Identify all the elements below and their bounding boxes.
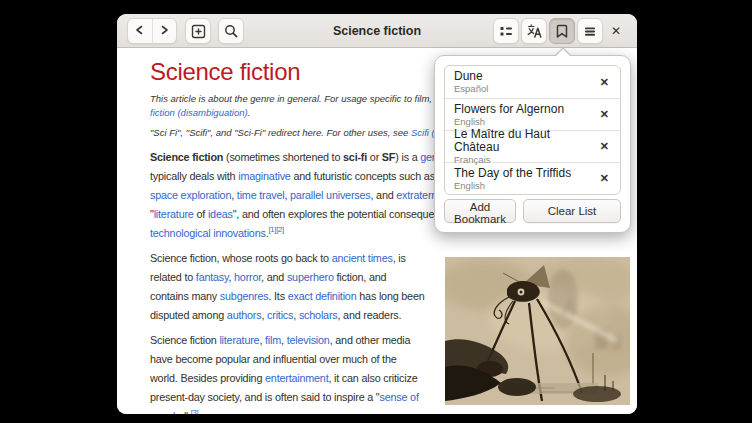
forward-button[interactable] [152, 19, 177, 43]
article-image[interactable] [445, 257, 630, 405]
remove-bookmark-button[interactable]: ✕ [595, 138, 614, 155]
new-tab-button[interactable] [185, 18, 211, 44]
remove-bookmark-button[interactable]: ✕ [595, 170, 614, 187]
link-technological-innovations[interactable]: technological innovations [150, 227, 266, 239]
close-icon: ✕ [611, 24, 621, 38]
bookmark-title: Le Maître du Haut Château [454, 128, 595, 154]
link-space-exploration[interactable]: space exploration [150, 189, 231, 201]
bookmark-item[interactable]: The Day of the Triffids English ✕ [445, 162, 620, 194]
bookmark-item[interactable]: Le Maître du Haut Château Français ✕ [445, 130, 620, 162]
ref-3[interactable]: [3] [191, 408, 199, 414]
link-time-travel[interactable]: time travel [237, 189, 285, 201]
list-view-icon [498, 23, 514, 39]
bookmark-language: Français [454, 154, 595, 165]
close-icon: ✕ [600, 76, 609, 88]
bookmark-language: Español [454, 83, 488, 94]
link-imaginative[interactable]: imaginative [238, 170, 290, 182]
clear-list-button[interactable]: Clear List [523, 199, 621, 223]
app-window: Science fiction [117, 14, 637, 414]
popover-actions: Add Bookmark Clear List [444, 199, 621, 223]
link-fantasy[interactable]: fantasy [196, 271, 229, 283]
close-icon: ✕ [600, 172, 609, 184]
search-button[interactable] [218, 18, 244, 44]
add-bookmark-button[interactable]: Add Bookmark [444, 199, 516, 223]
magnifier-icon [223, 23, 239, 39]
chevron-left-icon [132, 22, 148, 41]
chevron-right-icon [156, 22, 172, 41]
ref-1-2[interactable]: [1][2] [268, 225, 283, 234]
popover-arrow [554, 47, 572, 56]
link-horror[interactable]: horror [234, 271, 261, 283]
bookmarks-popover: Dune Español ✕ Flowers for Algernon Engl… [434, 55, 631, 233]
bookmark-item[interactable]: Flowers for Algernon English ✕ [445, 98, 620, 130]
bookmark-title: Dune [454, 70, 488, 83]
close-icon: ✕ [600, 108, 609, 120]
close-button[interactable]: ✕ [604, 19, 628, 43]
close-icon: ✕ [600, 140, 609, 152]
desktop-background: Science fiction [0, 0, 752, 423]
link-literature[interactable]: literature [219, 334, 259, 346]
remove-bookmark-button[interactable]: ✕ [595, 74, 614, 91]
link-exact-definition[interactable]: exact definition [288, 290, 357, 302]
bookmark-language: English [454, 116, 564, 127]
headerbar: Science fiction [117, 14, 637, 48]
bookmarks-list: Dune Español ✕ Flowers for Algernon Engl… [444, 65, 621, 195]
link-parallel-universes[interactable]: parallel universes [290, 189, 370, 201]
translate-icon [526, 23, 542, 39]
link-scholars[interactable]: scholars [299, 309, 338, 321]
link-subgenres[interactable]: subgenres [220, 290, 269, 302]
bookmark-title: The Day of the Triffids [454, 167, 571, 180]
bookmarks-button[interactable] [549, 18, 575, 44]
hamburger-menu-icon [582, 23, 598, 39]
link-ancient-times[interactable]: ancient times [332, 252, 393, 264]
link-television[interactable]: television [287, 334, 330, 346]
new-tab-plus-icon [190, 23, 207, 40]
tripod-illustration [445, 257, 630, 405]
link-superhero[interactable]: superhero [287, 271, 334, 283]
link-critics[interactable]: critics [267, 309, 293, 321]
bookmark-item[interactable]: Dune Español ✕ [445, 66, 620, 98]
bookmark-icon [554, 23, 570, 39]
link-literature-of-ideas[interactable]: literature [154, 208, 194, 220]
bookmark-title: Flowers for Algernon [454, 103, 564, 116]
link-entertainment[interactable]: entertainment [265, 372, 328, 384]
window-title: Science fiction [333, 14, 421, 48]
link-ideas[interactable]: ideas [208, 208, 233, 220]
bookmark-language: English [454, 180, 571, 191]
link-film[interactable]: film [265, 334, 281, 346]
remove-bookmark-button[interactable]: ✕ [595, 106, 614, 123]
language-button[interactable] [521, 18, 547, 44]
menu-button[interactable] [577, 18, 603, 44]
link-authors[interactable]: authors [227, 309, 262, 321]
toc-button[interactable] [493, 18, 519, 44]
history-nav-group [127, 18, 177, 44]
back-button[interactable] [128, 19, 152, 43]
